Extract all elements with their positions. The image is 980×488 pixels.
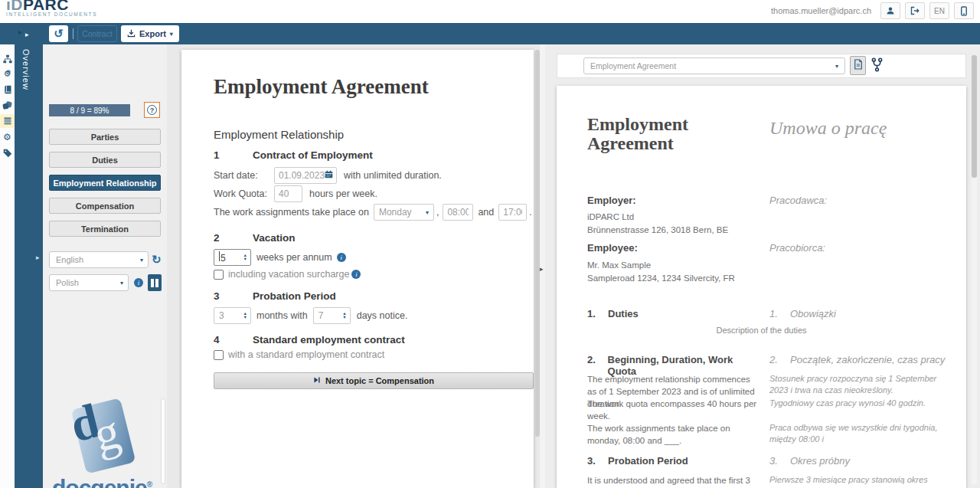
doc-title-en: Employment Agreement [587,115,762,153]
download-icon [127,29,136,39]
primary-language-select[interactable]: English ▾ [49,251,149,268]
preview-scrollbar-thumb[interactable] [972,55,977,178]
start-date-row: Start date: 01.09.2023 with unlimited du… [214,167,442,184]
overview-sidebar[interactable]: ▸ Overview ▸ [15,44,43,488]
export-button[interactable]: Export ▾ [121,25,179,42]
doc-section2-heading-pl: 2. Początek, zakończenie, czas pracy [769,354,949,365]
chevron-down-icon: ▾ [835,63,838,70]
doc-section-number: 3. [769,455,790,467]
standard-contract-checkbox[interactable] [214,350,224,360]
pdf-export-button[interactable] [850,56,866,75]
employer-name: iDPARC Ltd [587,211,762,223]
doc-section-title: Obowiązki [790,308,836,319]
sitemap-icon[interactable] [0,52,15,66]
settings-gear-icon[interactable]: ⚙ [0,130,15,144]
next-topic-button[interactable]: Next topic = Compensation [214,372,534,389]
logo-letter-g: g [88,403,126,464]
overview-label: Overview [21,49,31,90]
and-text: and [478,207,494,218]
stepper-arrows-icon[interactable]: ▲▼ [243,312,247,319]
module-icon-strip: ⚙⚙ ⚙ [0,44,15,488]
weekday-select[interactable]: Monday ▾ [374,204,434,221]
help-button[interactable]: ? [144,102,160,118]
logout-button[interactable] [905,2,925,19]
doc-paragraph-en: It is understood and agreed that the fir… [587,474,762,488]
time-end-input[interactable] [498,204,527,221]
info-icon[interactable]: i [134,278,143,287]
stepper-arrows-icon[interactable]: ▲▼ [243,254,247,261]
time-start-input[interactable] [443,204,473,221]
topic-button-duties[interactable]: Duties [49,152,161,168]
questionnaire-card: Employment Agreement Employment Relation… [181,50,534,488]
probation-months-stepper[interactable]: 3 ▲▼ [214,307,251,324]
doc-section3-heading-en: 3. Probation Period [587,455,762,467]
topic-label: Compensation [76,201,134,211]
probation-months-value: 3 [219,310,224,321]
undo-button[interactable]: ↺ [49,25,68,42]
calendar-icon[interactable] [325,170,333,181]
section-probation-period: 3 Probation Period [214,290,336,302]
employer-label-en: Employer: [587,195,762,206]
questionnaire-area: Employment Agreement Employment Relation… [167,44,545,488]
refresh-icon[interactable]: ↻ [152,253,162,267]
start-date-value: 01.09.2023 [279,170,325,181]
work-quota-input[interactable] [274,185,302,202]
doc-section3-heading-pl: 3. Okres próbny [769,455,949,467]
secondary-language-select[interactable]: Polish ▾ [49,274,129,291]
language-button[interactable]: EN [929,2,949,19]
topic-button-compensation[interactable]: Compensation [49,198,161,214]
primary-language-value: English [56,255,83,264]
topic-button-parties[interactable]: Parties [49,129,161,145]
contract-button[interactable]: Contract [77,25,117,42]
book-icon[interactable] [0,83,15,97]
language-label: EN [934,7,945,15]
columns-view-button[interactable] [148,274,162,291]
cogs-icon[interactable]: ⚙⚙ [0,67,15,80]
work-quota-row: Work Quota: hours per week. [214,185,377,202]
doc-paragraph-pl: Stosunek pracy rozpoczyna się 1 Septembe… [769,373,949,397]
vacation-weeks-stepper[interactable]: 5 ▲▼ [214,249,251,266]
tag-icon[interactable] [0,146,15,160]
docgenie-wordmark: docgenie® [52,475,152,488]
info-icon[interactable]: i [337,253,346,262]
panel-expand-icon[interactable]: ▸ [36,254,40,261]
section-title: Vacation [253,232,296,244]
probation-days-stepper[interactable]: 7 ▲▼ [313,307,351,324]
doc-section-number: 2. [769,354,790,365]
doc-section-title: Początek, zakończenie, czas pracy [790,354,945,365]
idparc-logo: iDPARC INTELLIGENT DOCUMENTS [6,0,97,17]
employer-address: Brünnenstrasse 126, 3018 Bern, BE [587,224,762,236]
doc-section1-heading-pl: 1. Obowiązki [769,308,949,319]
doc-paragraph-pl: Tygodniowy czas pracy wynosi 40 godzin. [769,398,949,409]
doc-paragraph-en: The work assignments take place on monda… [587,422,762,447]
info-icon[interactable]: i [351,270,361,279]
collapse-arrow-icon[interactable]: ▸ [18,28,22,36]
form-title: Employment Agreement [214,75,429,99]
questionnaire-list-icon[interactable] [0,114,15,128]
section-number: 3 [214,290,253,302]
section-standard-contract: 4 Standard employment contract [214,334,405,346]
work-assignments-row: The work assignments take place on Monda… [214,204,532,221]
standard-contract-row: with a standard employment contract [214,349,384,360]
user-account-button[interactable] [880,2,900,19]
topic-button-termination[interactable]: Termination [49,221,161,237]
employee-address: Sampleroad 1234, 1234 Silvercity, FR [587,272,762,284]
start-date-input[interactable]: 01.09.2023 [274,167,337,184]
left-panel-scrollbar-thumb[interactable] [161,398,165,484]
skip-next-icon [313,376,321,385]
preview-panel-handle[interactable]: ▸ [540,44,545,488]
cards-icon[interactable] [0,98,15,112]
document-select[interactable]: Employment Agreement ▾ [583,57,845,74]
stepper-arrows-icon[interactable]: ▲▼ [342,312,346,319]
probation-mid-text: months with [256,310,308,321]
weekday-value: Monday [379,207,412,218]
doc-paragraph-pl: Pierwsze 3 miesiące pracy stanowią okres… [769,474,949,488]
user-email: thomas.mueller@idparc.ch [771,6,871,15]
mobile-view-button[interactable] [954,2,974,19]
topic-button-employment-relationship[interactable]: Employment Relationship [49,175,161,191]
probation-suffix: days notice. [357,310,408,321]
branch-icon[interactable] [871,57,884,75]
surcharge-checkbox[interactable] [214,270,224,280]
doc-title-pl: Umowa o pracę [769,118,949,139]
doc-section-number: 3. [587,455,608,467]
